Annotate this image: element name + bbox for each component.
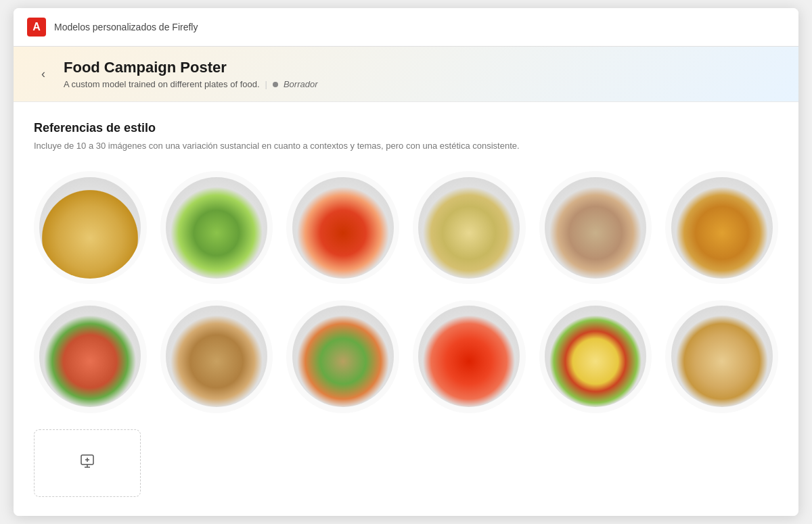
meta-separator: |: [265, 79, 267, 89]
food-image-10[interactable]: [413, 300, 526, 413]
food-image-1[interactable]: [34, 171, 147, 284]
food-image-3[interactable]: [286, 171, 399, 284]
section-title: Referencias de estilo: [34, 121, 778, 135]
food-image-5[interactable]: [539, 171, 652, 284]
campaign-meta: A custom model trained on different plat…: [64, 79, 778, 89]
add-image-button[interactable]: [34, 429, 141, 497]
status-dot: [273, 82, 278, 87]
campaign-header: ‹ Food Campaign Poster A custom model tr…: [14, 47, 798, 102]
app-window: A Modelos personalizados de Firefly ‹ Fo…: [14, 8, 798, 515]
image-grid-row1: [34, 171, 778, 284]
app-title: Modelos personalizados de Firefly: [54, 22, 198, 32]
food-image-6[interactable]: [665, 171, 778, 284]
food-image-4[interactable]: [413, 171, 526, 284]
back-button[interactable]: ‹: [34, 65, 53, 84]
food-image-7[interactable]: [34, 300, 147, 413]
header-bar: A Modelos personalizados de Firefly: [14, 8, 798, 47]
image-grid-row2: [34, 300, 778, 413]
campaign-description: A custom model trained on different plat…: [64, 79, 260, 89]
section-description: Incluye de 10 a 30 imágenes con una vari…: [34, 141, 778, 151]
food-image-9[interactable]: [286, 300, 399, 413]
campaign-info: Food Campaign Poster A custom model trai…: [64, 59, 778, 89]
campaign-title: Food Campaign Poster: [64, 59, 778, 76]
food-image-11[interactable]: [539, 300, 652, 413]
adobe-logo: A: [27, 18, 46, 37]
status-label: Borrador: [284, 79, 318, 89]
food-image-2[interactable]: [160, 171, 273, 284]
food-image-8[interactable]: [160, 300, 273, 413]
food-image-12[interactable]: [665, 300, 778, 413]
main-content: Referencias de estilo Incluye de 10 a 30…: [14, 102, 798, 515]
add-icon: [79, 453, 95, 473]
